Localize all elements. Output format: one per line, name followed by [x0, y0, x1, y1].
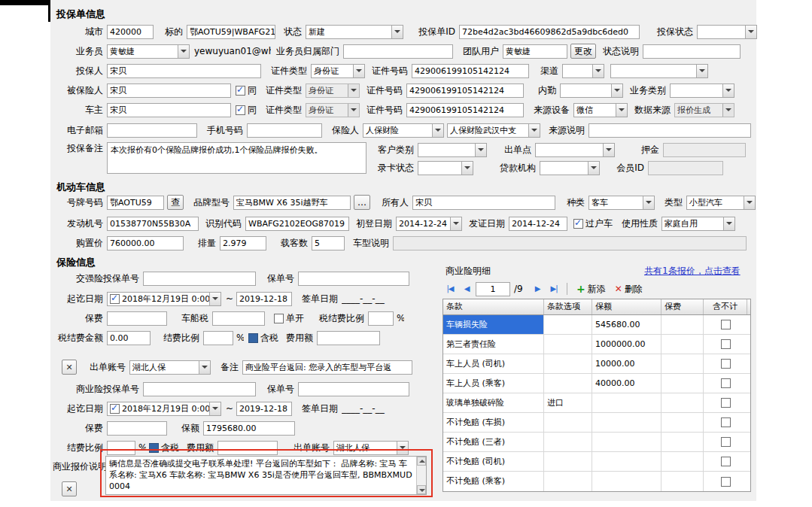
first-reg-date-select[interactable]: 2014-12-24: [396, 217, 462, 231]
change-button[interactable]: 更改: [570, 44, 596, 59]
sy-policy-no-input[interactable]: [143, 382, 256, 396]
nodeduct-checkbox[interactable]: [721, 477, 731, 487]
nodeduct-checkbox[interactable]: [721, 378, 731, 388]
pager-last-button[interactable]: ▶|: [546, 282, 561, 296]
applicant-input[interactable]: 宋贝: [107, 64, 261, 78]
sy-fee-amount-input[interactable]: [217, 441, 278, 455]
chevron-down-icon[interactable]: [209, 402, 220, 415]
add-button[interactable]: +新添: [573, 283, 610, 296]
pager-first-button[interactable]: |◀: [442, 282, 458, 296]
status-select[interactable]: 新建: [306, 25, 403, 39]
table-row[interactable]: 玻璃单独破碎险 进口: [443, 393, 750, 413]
policy-id-input[interactable]: 72be4d2ac3bd46609862d5a9dbc6ded0: [459, 25, 640, 39]
source-device-select[interactable]: 微信: [573, 103, 628, 117]
table-row[interactable]: 车上人员 (司机) 10000.00: [443, 354, 750, 374]
pager-prev-button[interactable]: ◀: [459, 282, 474, 296]
back-office-select[interactable]: [560, 83, 623, 98]
scrollbar[interactable]: [416, 457, 426, 494]
sy-account-select[interactable]: 湖北人保: [333, 441, 409, 455]
sy-cert-no-input[interactable]: [298, 382, 409, 396]
chevron-down-icon[interactable]: [592, 65, 604, 77]
chevron-down-icon[interactable]: [696, 65, 707, 77]
subject-input[interactable]: 鄂AOTU59|WBAFG2102EOG: [187, 25, 275, 39]
chevron-down-icon[interactable]: [353, 65, 364, 77]
jq-note-input[interactable]: 商业险平台返回: 您录入的车型与平台返: [242, 360, 412, 375]
chevron-down-icon[interactable]: [348, 104, 359, 117]
pager-next-button[interactable]: ▶: [530, 282, 545, 296]
team-user-input[interactable]: 黄敏婕: [503, 44, 567, 59]
chevron-down-icon[interactable]: [348, 84, 359, 97]
card-status-select[interactable]: [418, 161, 473, 175]
chevron-down-icon[interactable]: [461, 162, 473, 175]
mobile-input[interactable]: [247, 123, 322, 138]
sum-insured-input[interactable]: 1795680.00: [203, 421, 295, 436]
model-input[interactable]: 宝马BMW X6 35i越野车: [233, 196, 351, 210]
chevron-down-icon[interactable]: [603, 144, 614, 156]
jq-period-select[interactable]: 2018年12月19日 0:00: [107, 292, 221, 306]
displacement-input[interactable]: 2.979: [220, 236, 266, 250]
vehicle-tax-input[interactable]: [212, 311, 265, 326]
chevron-down-icon[interactable]: [209, 293, 220, 305]
insurer-select[interactable]: 人保财险: [363, 123, 444, 138]
table-row[interactable]: 第三者责任险 1000000.00: [443, 335, 750, 354]
email-input[interactable]: [107, 123, 197, 138]
channel-select-2[interactable]: [610, 64, 708, 78]
nodeduct-checkbox[interactable]: [721, 339, 731, 349]
sy-close-button[interactable]: ✕: [62, 481, 77, 496]
table-row[interactable]: 车上人员 (乘客) 40000.00: [443, 374, 750, 393]
sy-period-select[interactable]: 2018年12月19日 0:00: [107, 402, 221, 416]
id-no-input-applicant[interactable]: 429006199105142124: [412, 64, 529, 78]
sy-fee-ratio-input[interactable]: [107, 441, 135, 455]
chevron-down-icon[interactable]: [616, 104, 627, 117]
issue-point-select[interactable]: [535, 143, 615, 157]
remark-textarea[interactable]: 本次报价有0个保险品牌报价成功,1个保险品牌报价失败。: [107, 142, 366, 174]
loan-org-select[interactable]: [540, 161, 600, 175]
quote-desc-textarea[interactable]: 辆信息是否准确或提交电子联系单处理! 平台返回的车型如下： 品牌名称: 宝马 车…: [105, 456, 427, 495]
nodeduct-checkbox[interactable]: [721, 359, 731, 369]
biz-type-select[interactable]: [670, 83, 734, 98]
chevron-down-icon[interactable]: [528, 124, 540, 137]
sy-with-tax-checkbox[interactable]: [149, 443, 159, 453]
table-row[interactable]: 不计免赔 (车损): [443, 413, 750, 433]
nodeduct-checkbox[interactable]: [721, 437, 731, 447]
pager-page-input[interactable]: 1: [476, 282, 510, 296]
plate-input[interactable]: 鄂AOTU59: [107, 196, 164, 210]
table-row[interactable]: 车辆损失险 545680.00: [443, 315, 750, 335]
nodeduct-checkbox[interactable]: [721, 320, 731, 329]
plate-check-button[interactable]: 查: [167, 195, 184, 210]
usage-select[interactable]: 家庭自用: [661, 217, 735, 231]
owner-input[interactable]: 宋贝: [412, 196, 555, 210]
chevron-down-icon[interactable]: [178, 45, 189, 58]
same-checkbox-owner[interactable]: [236, 105, 245, 115]
kind-select[interactable]: 客车: [588, 196, 655, 210]
table-row[interactable]: 不计免赔 (三者): [443, 433, 750, 452]
channel-select-1[interactable]: [562, 64, 604, 78]
jq-fee-amount-input[interactable]: [317, 331, 380, 345]
delete-button[interactable]: ✕删除: [611, 283, 646, 296]
type-select[interactable]: 小型汽车: [686, 196, 756, 210]
status-desc-input[interactable]: [643, 44, 741, 59]
tax-fee-ratio-input[interactable]: [368, 311, 394, 326]
cert-date-input[interactable]: 2014-12-24: [509, 217, 567, 231]
insurer-branch-select[interactable]: 人保财险武汉中支: [447, 123, 540, 138]
city-input[interactable]: 420000: [107, 25, 154, 39]
jq-period-end-input[interactable]: 2019-12-18: [236, 292, 292, 306]
sy-premium-input[interactable]: [107, 421, 167, 436]
id-type-select-insured[interactable]: 身份证: [306, 83, 360, 98]
jq-policy-no-input[interactable]: [143, 272, 256, 286]
nodeduct-checkbox[interactable]: [721, 457, 731, 466]
chevron-down-icon[interactable]: [745, 26, 756, 38]
vin-input[interactable]: WBAFG2102EOG87019: [245, 217, 349, 231]
nodeduct-checkbox[interactable]: [721, 417, 731, 427]
chevron-down-icon[interactable]: [475, 144, 486, 156]
chevron-down-icon[interactable]: [391, 26, 403, 38]
dept-input[interactable]: [343, 44, 453, 59]
sy-period-end-input[interactable]: 2019-12-18: [236, 402, 292, 416]
jq-close-button[interactable]: ✕: [62, 360, 77, 375]
id-type-select-owner[interactable]: 身份证: [306, 103, 360, 117]
car-owner-input[interactable]: 宋贝: [107, 103, 231, 117]
engine-no-input[interactable]: 01538770N55B30A: [107, 217, 199, 231]
chevron-down-icon[interactable]: [643, 196, 654, 209]
id-no-input-owner[interactable]: 429006199105142124: [406, 103, 524, 117]
purchase-price-input[interactable]: 760000.00: [107, 236, 184, 250]
